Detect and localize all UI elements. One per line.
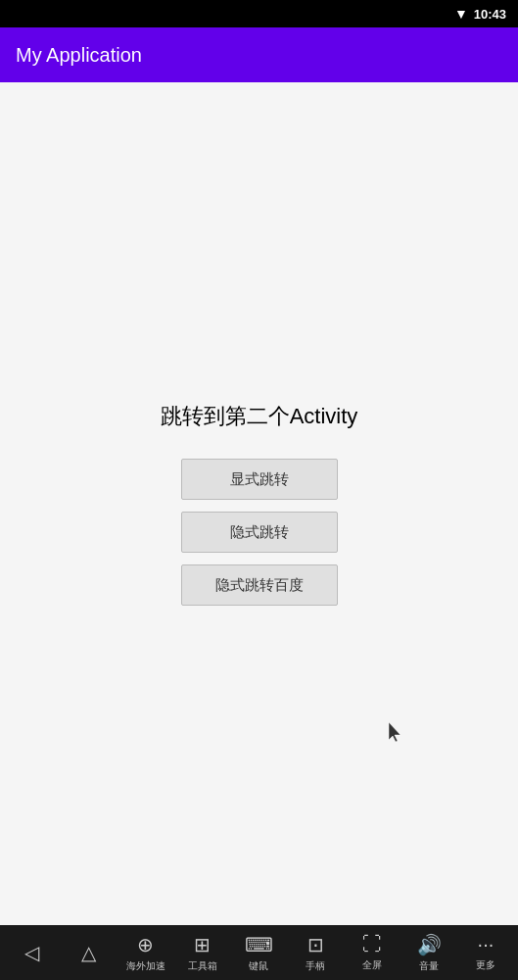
fullscreen-label: 全屏 [362,958,382,972]
implicit-jump-baidu-button[interactable]: 隐式跳转百度 [181,564,338,606]
app-bar: My Application [0,27,518,82]
more-icon: ··· [478,933,494,956]
implicit-jump-button[interactable]: 隐式跳转 [181,512,338,553]
toolbox-icon: ⊞ [194,933,211,956]
main-heading: 跳转到第二个Activity [161,402,358,431]
nav-more[interactable]: ··· 更多 [462,933,509,972]
nav-toolbox[interactable]: ⊞ 工具箱 [179,933,226,973]
nav-gamepad[interactable]: ⊡ 手柄 [292,933,339,973]
nav-home[interactable]: △ [66,941,113,964]
nav-overseas[interactable]: ⊕ 海外加速 [122,933,169,973]
bottom-nav: ◁ △ ⊕ 海外加速 ⊞ 工具箱 ⌨ 键鼠 ⊡ 手柄 ⛶ 全屏 🔊 音量 ···… [0,925,518,980]
overseas-label: 海外加速 [126,959,165,973]
volume-label: 音量 [419,959,439,973]
fullscreen-icon: ⛶ [362,933,382,956]
wifi-icon: ▼ [454,6,468,22]
explicit-jump-button[interactable]: 显式跳转 [181,459,338,500]
overseas-icon: ⊕ [137,933,154,956]
app-title: My Application [16,44,142,67]
status-time: 10:43 [474,7,506,22]
nav-fullscreen[interactable]: ⛶ 全屏 [349,933,396,972]
toolbox-label: 工具箱 [188,959,217,973]
keyboard-icon: ⌨ [245,933,273,956]
nav-keyboard[interactable]: ⌨ 键鼠 [235,933,282,973]
main-content: 跳转到第二个Activity 显式跳转 隐式跳转 隐式跳转百度 [0,82,518,925]
back-icon: ◁ [24,941,39,964]
gamepad-icon: ⊡ [307,933,324,956]
volume-icon: 🔊 [417,933,442,956]
keyboard-label: 键鼠 [249,959,268,973]
gamepad-label: 手柄 [306,959,325,973]
home-icon: △ [81,941,96,964]
nav-back[interactable]: ◁ [9,941,56,964]
nav-volume[interactable]: 🔊 音量 [405,933,452,973]
more-label: 更多 [476,958,495,972]
status-bar: ▼ 10:43 [0,0,518,27]
